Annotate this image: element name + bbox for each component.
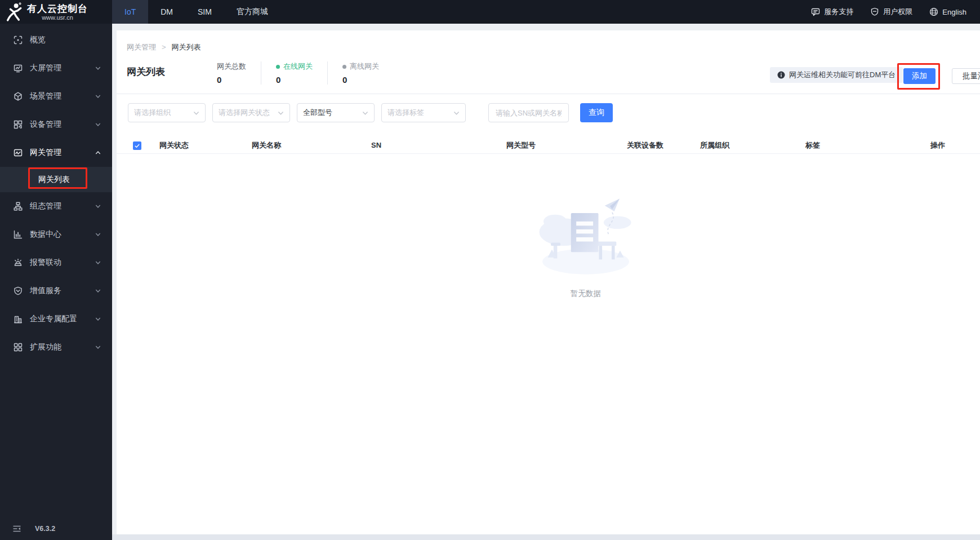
filter-select[interactable]: 请选择组织: [128, 103, 206, 122]
chevron-down-icon: [95, 288, 101, 294]
breadcrumb-separator: >: [162, 43, 166, 51]
alarm-icon: [14, 258, 23, 267]
sidebar-item[interactable]: 数据中心: [0, 220, 112, 249]
filter-row: 请选择组织 请选择网关状态 全部型号: [128, 103, 613, 122]
sidebar-item[interactable]: 企业专属配置: [0, 305, 112, 333]
topbar-menu-item[interactable]: English: [929, 7, 966, 16]
sidebar: 概览 大屏管理 场景管理: [0, 24, 112, 540]
column-header-label: 网关型号: [506, 141, 536, 149]
empty-illustration: [535, 195, 636, 282]
column-header-label: 标签: [805, 141, 820, 149]
info-icon: [777, 71, 785, 79]
nav-tab[interactable]: DM: [148, 0, 185, 24]
chevron-down-icon: [95, 94, 101, 99]
stat-label: 网关总数: [217, 61, 246, 72]
sidebar-item[interactable]: 大屏管理: [0, 54, 112, 82]
column-header: 所属组织: [700, 137, 729, 154]
sidebar-item[interactable]: 组态管理: [0, 192, 112, 220]
version-label: V6.3.2: [35, 525, 55, 533]
device-icon: [14, 120, 23, 129]
main-content: 网关管理> 网关列表> 网关列表 网关总数 0: [112, 24, 980, 540]
select-value: 请选择标签: [387, 108, 424, 118]
topbar-menu-label: English: [942, 8, 966, 16]
check-icon: [134, 143, 140, 149]
select-value: 请选择网关状态: [219, 108, 270, 118]
column-header: 操作: [930, 137, 945, 154]
status-dot: [342, 65, 346, 69]
stat-label-row: 离线网关: [342, 61, 379, 72]
stat-value: 0: [217, 75, 246, 85]
column-header: 关联设备数: [627, 137, 663, 154]
gateway-stats: 网关总数 0 在线网关 0 离线网关: [217, 61, 394, 85]
horizontal-scrollbar[interactable]: [112, 534, 980, 540]
breadcrumb-item-label: 网关列表: [172, 43, 201, 51]
sidebar-item-label: 组态管理: [30, 201, 61, 211]
nav-tab[interactable]: IoT: [112, 0, 148, 24]
extension-icon: [14, 343, 23, 352]
column-header-label: 所属组织: [700, 141, 729, 149]
select-value: 请选择组织: [134, 108, 171, 118]
sidebar-item[interactable]: 设备管理: [0, 110, 112, 139]
status-dot: [276, 65, 280, 69]
page-title: 网关列表: [127, 65, 165, 78]
stat: 网关总数 0: [217, 61, 261, 85]
chevron-down-icon: [95, 203, 101, 209]
chevron-down-icon: [95, 65, 101, 71]
chevron-down-icon: [95, 316, 101, 322]
sidebar-item-label: 大屏管理: [30, 63, 61, 73]
chevron-down-icon: [95, 344, 101, 350]
breadcrumb-item[interactable]: 网关管理>: [127, 42, 172, 52]
sidebar-footer: V6.3.2: [0, 521, 112, 537]
breadcrumb-item[interactable]: 网关列表>: [172, 42, 201, 52]
sidebar-item[interactable]: 扩展功能: [0, 333, 112, 361]
chevron-down-icon: [95, 150, 101, 156]
select-all-checkbox[interactable]: [133, 141, 141, 150]
stat-label-row: 在线网关: [276, 61, 313, 72]
column-header-label: 网关状态: [159, 141, 189, 149]
sidebar-item[interactable]: 增值服务: [0, 277, 112, 305]
column-header-label: 网关名称: [252, 141, 281, 149]
nav-tab[interactable]: 官方商城: [224, 0, 280, 24]
shield-icon: [870, 7, 879, 16]
logo-text: 有人云控制台 www.usr.cn: [27, 3, 88, 21]
sidebar-item[interactable]: 网关管理: [0, 139, 112, 167]
nav-tab-label: IoT: [124, 7, 136, 16]
query-button[interactable]: 查询: [580, 103, 613, 122]
collapse-sidebar-icon[interactable]: [12, 524, 21, 533]
sidebar-item-label: 数据中心: [30, 229, 61, 240]
filter-select[interactable]: 请选择网关状态: [212, 103, 290, 122]
column-header: 网关型号: [506, 137, 536, 154]
sidebar-menu: 概览 大屏管理 场景管理: [0, 24, 112, 361]
nav-tab-label: SIM: [198, 7, 212, 16]
enterprise-icon: [14, 315, 23, 324]
topbar-menu-item[interactable]: 服务支持: [811, 7, 853, 17]
filter-select[interactable]: 请选择标签: [381, 103, 466, 122]
topbar-menu-item[interactable]: 用户权限: [870, 7, 912, 17]
vas-icon: [14, 286, 23, 295]
logo[interactable]: 有人云控制台 www.usr.cn: [0, 0, 112, 24]
sidebar-item[interactable]: 报警联动: [0, 249, 112, 277]
sidebar-item[interactable]: 网关列表: [0, 167, 112, 192]
nav-tab[interactable]: SIM: [185, 0, 224, 24]
sidebar-item[interactable]: 概览: [0, 26, 112, 54]
bigscreen-icon: [14, 64, 23, 73]
add-button[interactable]: 添加: [903, 68, 936, 84]
dm-notice-text: 网关运维相关功能可前往DM平台: [789, 70, 896, 80]
batch-add-button[interactable]: 批量添加: [952, 68, 980, 84]
table-header: 网关状态 网关名称 SN 网关型号 关联设备数 所属组织 标签: [117, 137, 980, 154]
gateway-icon: [14, 148, 23, 157]
search-input[interactable]: [488, 103, 569, 122]
sidebar-item-label: 场景管理: [30, 91, 61, 101]
filter-select[interactable]: 全部型号: [297, 103, 375, 122]
column-header: 网关名称: [252, 137, 281, 154]
select-value: 全部型号: [303, 108, 332, 118]
sidebar-item-label: 增值服务: [30, 286, 61, 296]
content-card: 网关管理> 网关列表> 网关列表 网关总数 0: [117, 30, 980, 534]
sidebar-item[interactable]: 场景管理: [0, 82, 112, 110]
topbar-menu-label: 服务支持: [824, 7, 853, 17]
stat: 在线网关 0: [261, 61, 327, 85]
topbar: 有人云控制台 www.usr.cn IoT DM SIM 官方商城 服务支持: [0, 0, 980, 24]
logo-subtitle: www.usr.cn: [27, 14, 88, 21]
topbar-right: 服务支持 用户权限 English: [811, 0, 980, 24]
sidebar-item-label: 报警联动: [30, 258, 61, 268]
